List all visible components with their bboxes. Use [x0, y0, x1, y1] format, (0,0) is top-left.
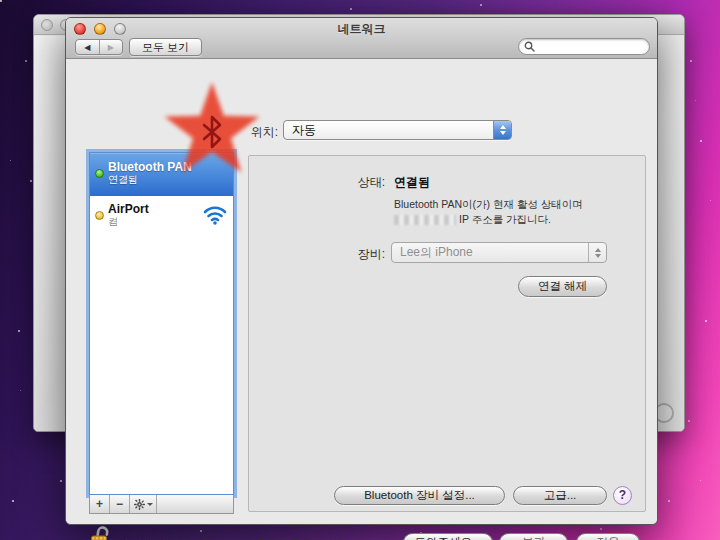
add-service-button[interactable]: +: [90, 495, 110, 513]
inactive-close-button[interactable]: [41, 19, 53, 31]
help-button[interactable]: ?: [613, 486, 632, 505]
device-label: 장비:: [289, 246, 385, 263]
caret-down-icon: [147, 503, 153, 506]
assist-me-button[interactable]: 도와주세요...: [403, 533, 493, 540]
remove-service-button[interactable]: −: [110, 495, 130, 513]
status-dot-yellow: [95, 211, 104, 220]
location-label: 위치:: [186, 124, 278, 141]
popup-stepper-icon: [588, 243, 606, 262]
redacted-ip-address: [394, 215, 456, 225]
search-icon: [524, 41, 535, 52]
window-title: 네트워크: [66, 21, 657, 38]
sidebar-item-bluetooth-pan[interactable]: Bluetooth PAN 연결됨: [90, 153, 233, 196]
toolbar-spacer: [157, 495, 233, 513]
search-field[interactable]: [518, 38, 650, 55]
show-all-button[interactable]: 모두 보기: [129, 38, 202, 56]
nav-segmented-control: ◀ ▶: [75, 39, 123, 55]
disconnect-button[interactable]: 연결 해제: [518, 276, 607, 297]
status-description-line1: Bluetooth PAN이(가) 현재 활성 상태이며: [394, 198, 583, 210]
gear-icon: [134, 499, 145, 510]
services-list-toolbar: + −: [89, 495, 234, 514]
titlebar-toolbar[interactable]: 네트워크 ◀ ▶ 모두 보기: [66, 18, 657, 59]
bluetooth-settings-button[interactable]: Bluetooth 장비 설정...: [334, 486, 505, 505]
wifi-icon: [203, 205, 227, 225]
forward-button[interactable]: ▶: [100, 40, 123, 54]
status-value: 연결됨: [394, 174, 430, 191]
status-description: Bluetooth PAN이(가) 현재 활성 상태이며 IP 주소를 가집니다…: [394, 197, 583, 227]
window-content: 위치: 자동 Bluetooth PAN 연결됨 AirPort 켬: [66, 59, 657, 524]
services-list: Bluetooth PAN 연결됨 AirPort 켬: [89, 152, 234, 495]
network-preferences-window: 네트워크 ◀ ▶ 모두 보기 위치: 자동 Bluetooth PAN: [65, 17, 658, 525]
status-label: 상태:: [289, 174, 385, 191]
service-status: 연결됨: [108, 174, 229, 186]
unlocked-lock-icon[interactable]: [90, 525, 112, 540]
search-input[interactable]: [535, 41, 635, 53]
device-value: Lee의 iPhone: [392, 244, 588, 261]
detail-pane: 상태: 연결됨 Bluetooth PAN이(가) 현재 활성 상태이며 IP …: [248, 155, 646, 512]
popup-stepper-icon: [493, 121, 511, 139]
location-popup[interactable]: 자동: [283, 120, 512, 140]
service-name: Bluetooth PAN: [108, 160, 229, 174]
advanced-button[interactable]: 고급...: [513, 486, 607, 505]
wallpaper-stars: [0, 0, 1, 1]
location-value: 자동: [284, 122, 493, 139]
device-popup[interactable]: Lee의 iPhone: [391, 242, 607, 263]
apply-button[interactable]: 적용: [576, 533, 640, 540]
back-button[interactable]: ◀: [76, 40, 100, 54]
sidebar-item-airport[interactable]: AirPort 켬: [90, 196, 233, 239]
status-dot-green: [95, 169, 104, 178]
action-menu-button[interactable]: [130, 495, 157, 513]
revert-button[interactable]: 복귀: [499, 533, 568, 540]
status-description-line2: IP 주소를 가집니다.: [459, 213, 551, 225]
